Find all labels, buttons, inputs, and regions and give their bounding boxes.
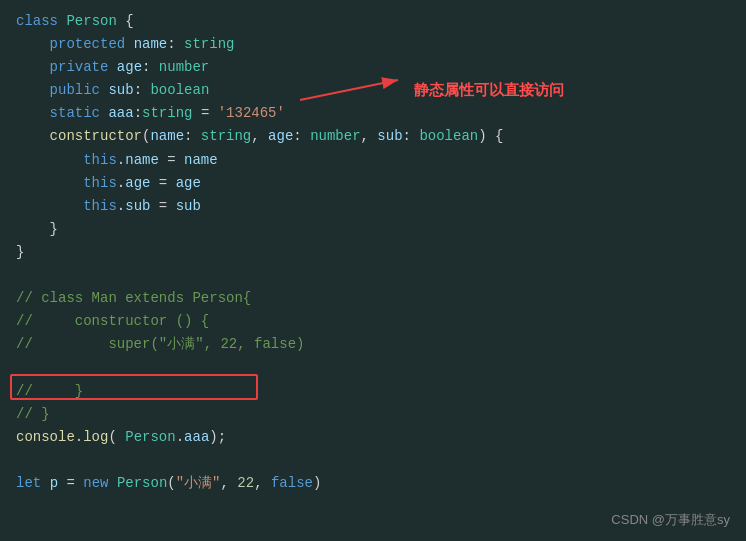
code-line-6: constructor(name: string, age: number, s… [16, 125, 730, 148]
code-line-4: public sub: boolean [16, 79, 730, 102]
code-line-11: } [16, 241, 730, 264]
code-line-15: // super("小满", 22, false) [16, 333, 730, 356]
code-line-16 [16, 356, 730, 379]
code-line-2: protected name: string [16, 33, 730, 56]
code-area: class Person { protected name: string pr… [0, 0, 746, 505]
code-line-7: this.name = name [16, 149, 730, 172]
code-line-12 [16, 264, 730, 287]
code-line-10: } [16, 218, 730, 241]
code-line-13: // class Man extends Person{ [16, 287, 730, 310]
code-line-3: private age: number [16, 56, 730, 79]
code-line-8: this.age = age [16, 172, 730, 195]
code-line-17: // } [16, 380, 730, 403]
code-line-20 [16, 449, 730, 472]
code-line-21: let p = new Person("小满", 22, false) [16, 472, 730, 495]
code-line-9: this.sub = sub [16, 195, 730, 218]
watermark: CSDN @万事胜意sy [611, 511, 730, 529]
code-line-1: class Person { [16, 10, 730, 33]
code-line-18: // } [16, 403, 730, 426]
code-line-14: // constructor () { [16, 310, 730, 333]
code-line-5: static aaa:string = '132465' [16, 102, 730, 125]
code-line-19: console.log( Person.aaa); [16, 426, 730, 449]
